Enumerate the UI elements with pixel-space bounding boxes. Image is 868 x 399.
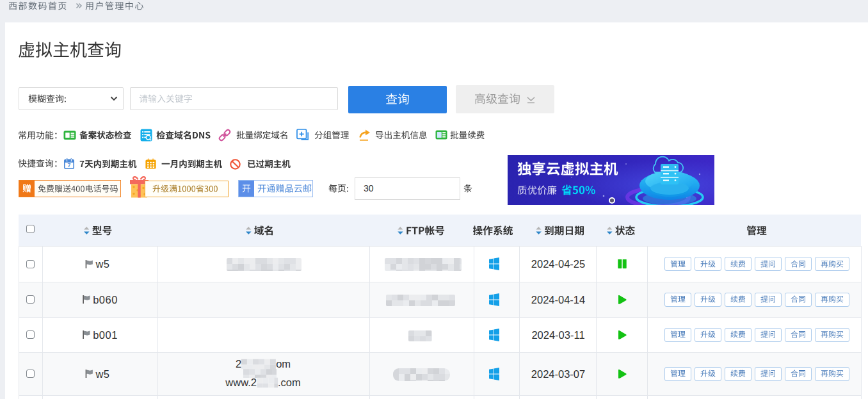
svg-text:7: 7 xyxy=(68,162,71,168)
